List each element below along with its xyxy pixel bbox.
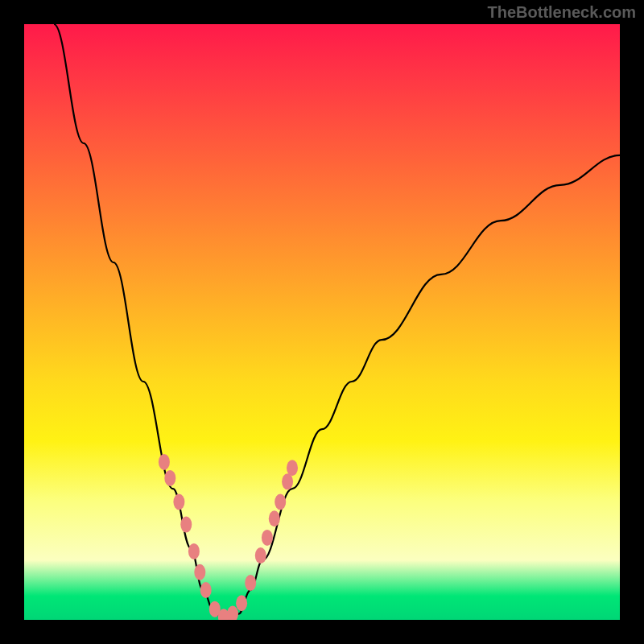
highlight-points-group [159,454,298,620]
highlight-point [255,547,266,564]
highlight-point [180,517,192,533]
highlight-point [282,473,293,489]
highlight-point [173,493,184,510]
highlight-point [209,601,221,617]
highlight-point [275,493,286,510]
highlight-point [287,460,298,476]
bottleneck-curve-line [54,24,620,620]
highlight-point [159,454,170,470]
highlight-point [262,530,273,546]
watermark-text: TheBottleneck.com [488,3,636,22]
highlight-point [188,543,200,559]
highlight-point [236,595,247,611]
highlight-point [218,609,229,620]
highlight-point [269,510,280,526]
highlight-point [227,606,238,620]
highlight-point [194,564,205,580]
highlight-point [200,582,212,598]
chart-curve-svg [24,24,620,620]
chart-plot-area [24,24,620,620]
highlight-point [245,575,256,591]
highlight-point [164,470,175,486]
